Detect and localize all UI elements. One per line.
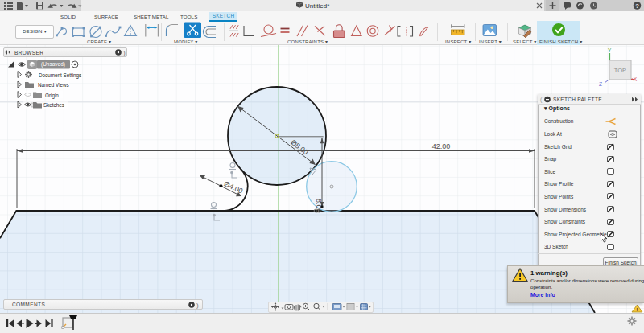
svg-text:): ): [196, 302, 199, 309]
svg-text:?: ?: [635, 2, 639, 10]
svg-text:): ): [123, 49, 126, 56]
svg-text:Sketches: Sketches: [43, 102, 64, 108]
svg-text:TOP: TOP: [614, 67, 626, 74]
svg-text:(Unsaved): (Unsaved): [41, 61, 65, 68]
svg-text:42.00: 42.00: [432, 142, 451, 150]
svg-text:Document Settings: Document Settings: [39, 72, 81, 79]
svg-text:Origin: Origin: [45, 92, 59, 99]
svg-text:BROWSER: BROWSER: [14, 50, 43, 56]
svg-text:Z: Z: [599, 81, 602, 87]
svg-text:(: (: [540, 97, 543, 103]
svg-text:›X: ›X: [632, 76, 638, 82]
svg-text:SKETCH PALETTE: SKETCH PALETTE: [553, 97, 602, 102]
svg-text:Untitled*: Untitled*: [305, 2, 329, 10]
svg-text:Y: Y: [608, 47, 612, 53]
svg-text:Named Views: Named Views: [38, 82, 69, 88]
svg-text:!: !: [637, 307, 638, 312]
